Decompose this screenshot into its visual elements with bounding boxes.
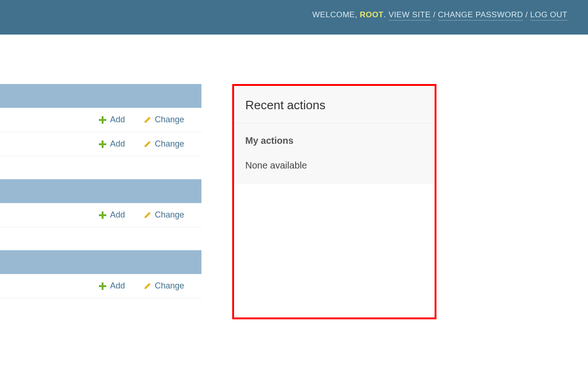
dot: . [384,10,386,20]
none-available-text: None available [234,146,435,171]
pencil-icon [144,141,151,148]
app-module: Add Change [0,250,201,298]
change-button[interactable]: Change [144,139,189,149]
add-label: Add [110,139,125,149]
my-actions-heading: My actions [234,123,435,146]
recent-actions-module: Recent actions My actions None available [234,86,435,184]
change-button[interactable]: Change [144,115,189,125]
model-row: Add Change [0,108,201,132]
model-row: Add Change [0,132,201,156]
add-button[interactable]: Add [99,139,125,149]
view-site-link[interactable]: VIEW SITE [388,10,430,21]
plus-icon [99,211,106,219]
username: ROOT [360,10,384,20]
plus-icon [99,141,106,148]
add-label: Add [110,115,125,125]
app-module: Add Change Add Change [0,84,201,156]
welcome-label: WELCOME, [312,10,358,20]
change-label: Change [155,281,184,291]
separator: / [433,10,436,20]
change-label: Change [155,115,184,125]
content: Add Change Add Change [0,35,588,321]
module-caption[interactable] [0,250,201,274]
plus-icon [99,116,106,124]
change-label: Change [155,139,184,149]
add-label: Add [110,281,125,291]
plus-icon [99,282,106,290]
log-out-link[interactable]: LOG OUT [530,10,567,21]
add-label: Add [110,210,125,220]
add-button[interactable]: Add [99,115,125,125]
module-caption[interactable] [0,179,201,203]
change-button[interactable]: Change [144,281,189,291]
change-password-link[interactable]: CHANGE PASSWORD [438,10,523,21]
change-label: Change [155,210,184,220]
top-header: WELCOME, ROOT . VIEW SITE / CHANGE PASSW… [0,0,588,35]
pencil-icon [144,211,151,219]
app-modules-column: Add Change Add Change [0,84,201,321]
app-module: Add Change [0,179,201,227]
recent-actions-title: Recent actions [234,86,435,123]
add-button[interactable]: Add [99,281,125,291]
pencil-icon [144,282,151,290]
add-button[interactable]: Add [99,210,125,220]
module-caption[interactable] [0,84,201,108]
model-row: Add Change [0,203,201,227]
pencil-icon [144,116,151,124]
recent-actions-panel: Recent actions My actions None available [232,84,436,319]
change-button[interactable]: Change [144,210,189,220]
separator: / [526,10,528,20]
model-row: Add Change [0,274,201,298]
